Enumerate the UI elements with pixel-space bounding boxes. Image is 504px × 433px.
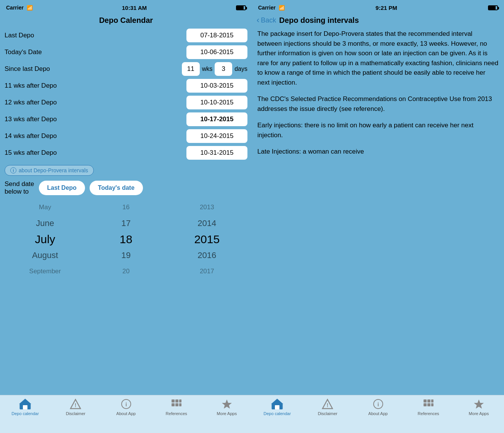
since-days[interactable]: 3 xyxy=(215,62,232,76)
detail-title: Depo dosing intervals xyxy=(279,16,359,25)
info-tab-icon-left: i xyxy=(119,398,133,410)
battery-left xyxy=(236,5,246,10)
wifi-icon-right: 📶 xyxy=(279,5,285,11)
label-11wks: 11 wks after Depo xyxy=(5,82,57,90)
picker-month-september: September xyxy=(5,263,85,279)
picker-year-2016: 2016 xyxy=(167,247,247,263)
status-bar-left: Carrier 📶 10:31 AM xyxy=(0,0,252,14)
tab-label-disclaimer-right: Disclaimer xyxy=(318,411,337,416)
detail-content: The package insert for Depo-Provera stat… xyxy=(252,29,504,395)
svg-rect-10 xyxy=(172,403,175,406)
picker-months[interactable]: May June July August September xyxy=(5,199,85,279)
svg-rect-21 xyxy=(424,399,427,403)
picker-year-2013: 2013 xyxy=(167,199,247,215)
left-phone: Carrier 📶 10:31 AM Depo Calendar Last De… xyxy=(0,0,252,433)
tab-references-left[interactable]: References xyxy=(151,398,202,416)
svg-rect-25 xyxy=(427,403,430,406)
paragraph-1: The package insert for Depo-Provera stat… xyxy=(257,29,499,87)
svg-rect-16 xyxy=(275,405,279,409)
value-14wks[interactable]: 10-24-2015 xyxy=(186,129,247,143)
star-icon-right xyxy=(472,398,486,410)
tab-more-right[interactable]: More Apps xyxy=(454,398,504,416)
page-title-left: Depo Calendar xyxy=(0,14,252,29)
tab-disclaimer-right[interactable]: ! Disclaimer xyxy=(302,398,353,416)
info-button[interactable]: i about Depo-Provera intervals xyxy=(5,165,94,176)
send-todays-date-button[interactable]: Today's date xyxy=(90,181,143,195)
carrier-right: Carrier 📶 xyxy=(258,5,285,11)
back-label: Back xyxy=(261,16,276,24)
tab-disclaimer-left[interactable]: ! Disclaimer xyxy=(50,398,101,416)
tab-bar-right: Depo calendar ! Disclaimer i xyxy=(252,395,504,433)
carrier-left: Carrier 📶 xyxy=(6,5,33,11)
row-11wks: 11 wks after Depo 10-03-2015 xyxy=(5,79,247,93)
since-wks[interactable]: 11 xyxy=(182,62,200,76)
warning-icon-right: ! xyxy=(321,398,334,410)
value-12wks[interactable]: 10-10-2015 xyxy=(186,96,247,109)
label-last-depo: Last Depo xyxy=(5,32,34,39)
picker-day-20: 20 xyxy=(85,263,166,279)
row-last-depo: Last Depo 07-18-2015 xyxy=(5,29,247,42)
warning-icon-left: ! xyxy=(69,398,82,410)
value-last-depo[interactable]: 07-18-2015 xyxy=(186,29,247,42)
svg-marker-15 xyxy=(271,399,283,404)
svg-text:i: i xyxy=(125,401,127,407)
tab-label-more-left: More Apps xyxy=(217,411,237,416)
tab-about-left[interactable]: i About App xyxy=(101,398,151,416)
refs-icon-right xyxy=(422,398,435,410)
value-11wks[interactable]: 10-03-2015 xyxy=(186,79,247,93)
svg-rect-11 xyxy=(175,403,178,406)
tab-depo-calendar-right[interactable]: Depo calendar xyxy=(252,398,302,416)
tab-bar-left: Depo calendar ! Disclaimer i xyxy=(0,395,252,433)
picker-years[interactable]: 2013 2014 2015 2016 2017 xyxy=(167,199,247,279)
row-13wks: 13 wks after Depo 10-17-2015 xyxy=(5,112,247,126)
tab-depo-calendar-left[interactable]: Depo calendar xyxy=(0,398,50,416)
picker-day-18: 18 xyxy=(85,231,166,247)
date-picker[interactable]: May June July August September 16 17 18 … xyxy=(5,199,247,279)
tab-label-depo-left: Depo calendar xyxy=(11,411,39,416)
row-15wks: 15 wks after Depo 10-31-2015 xyxy=(5,146,247,160)
wks-label: wks xyxy=(202,66,213,72)
back-button[interactable]: ‹ Back xyxy=(257,15,276,25)
label-14wks: 14 wks after Depo xyxy=(5,132,57,140)
send-label: Send datebelow to xyxy=(5,180,34,196)
tab-more-left[interactable]: More Apps xyxy=(202,398,252,416)
tab-label-disclaimer-left: Disclaimer xyxy=(66,411,85,416)
svg-rect-8 xyxy=(175,399,178,403)
picker-month-august: August xyxy=(5,247,85,263)
tab-label-more-right: More Apps xyxy=(469,411,489,416)
since-box: 11 wks 3 days xyxy=(182,62,247,76)
tab-references-right[interactable]: References xyxy=(403,398,454,416)
picker-days[interactable]: 16 17 18 19 20 xyxy=(85,199,166,279)
value-todays-date[interactable]: 10-06-2015 xyxy=(186,45,247,59)
label-12wks: 12 wks after Depo xyxy=(5,99,57,106)
picker-month-june: June xyxy=(5,215,85,231)
svg-rect-22 xyxy=(427,399,430,403)
picker-year-2015: 2015 xyxy=(167,231,247,247)
info-tab-icon-right: i xyxy=(371,398,385,410)
value-15wks[interactable]: 10-31-2015 xyxy=(186,146,247,160)
tab-about-right[interactable]: i About App xyxy=(353,398,403,416)
svg-rect-26 xyxy=(431,403,433,406)
picker-year-2017: 2017 xyxy=(167,263,247,279)
row-since-last-depo: Since last Depo 11 wks 3 days xyxy=(5,62,247,76)
svg-rect-2 xyxy=(23,405,27,409)
paragraph-2: The CDC's Selected Practice Recommendati… xyxy=(257,94,499,114)
home-icon-right xyxy=(270,398,284,410)
label-todays-date: Today's Date xyxy=(5,48,42,56)
label-since-last-depo: Since last Depo xyxy=(5,65,50,73)
picker-month-july: July xyxy=(5,231,85,247)
send-last-depo-button[interactable]: Last Depo xyxy=(39,181,85,195)
value-13wks[interactable]: 10-17-2015 xyxy=(186,112,247,126)
battery-right xyxy=(488,5,498,10)
paragraph-3: Early injections: there is no limit on h… xyxy=(257,120,499,140)
main-content-left: Last Depo 07-18-2015 Today's Date 10-06-… xyxy=(0,29,252,395)
back-header: ‹ Back Depo dosing intervals xyxy=(252,14,504,29)
row-todays-date: Today's Date 10-06-2015 xyxy=(5,45,247,59)
refs-icon-left xyxy=(170,398,183,410)
label-13wks: 13 wks after Depo xyxy=(5,115,57,123)
right-phone: Carrier 📶 9:21 PM ‹ Back Depo dosing int… xyxy=(252,0,504,433)
svg-marker-27 xyxy=(474,399,484,409)
time-right: 9:21 PM xyxy=(376,5,397,11)
svg-marker-13 xyxy=(222,399,232,409)
row-14wks: 14 wks after Depo 10-24-2015 xyxy=(5,129,247,143)
